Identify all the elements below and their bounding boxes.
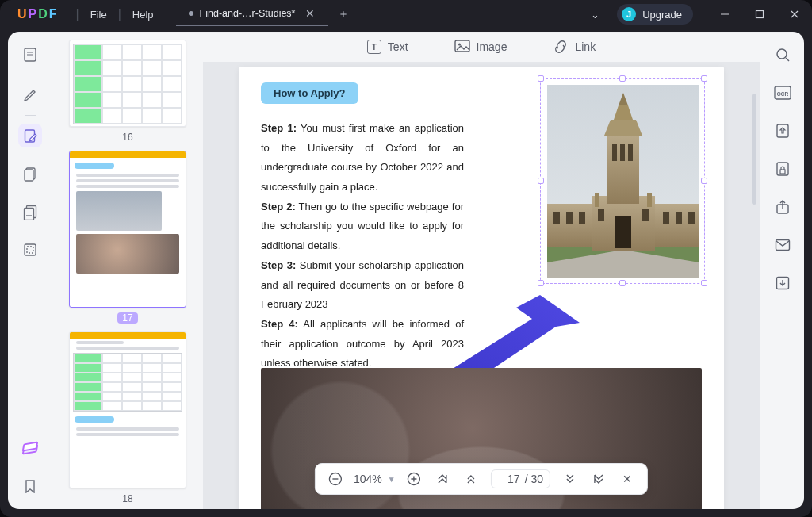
next-page-button[interactable] [558, 467, 582, 491]
left-tool-strip [8, 32, 52, 509]
page-separator: / [525, 473, 528, 485]
resize-handle[interactable] [701, 75, 707, 82]
svg-point-10 [458, 43, 460, 45]
maximize-icon [755, 10, 764, 19]
menu-file[interactable]: File [79, 9, 118, 21]
page-current-input[interactable] [498, 472, 522, 486]
highlighter-icon [22, 87, 38, 103]
tool-layers[interactable] [18, 436, 42, 460]
form-icon [22, 204, 38, 220]
zoom-dropdown-icon[interactable]: ▼ [388, 475, 396, 484]
tool-compress[interactable] [771, 157, 795, 181]
scrollbar-thumb[interactable] [752, 94, 756, 205]
edit-tool-label: Image [477, 40, 508, 53]
svg-rect-13 [547, 204, 595, 247]
svg-rect-30 [642, 209, 649, 221]
tool-pages[interactable] [18, 162, 42, 186]
ocr-icon: OCR [774, 86, 791, 100]
window-maximize-button[interactable] [742, 0, 777, 29]
new-tab-button[interactable]: ＋ [335, 6, 352, 23]
page-input-box[interactable]: / 30 [491, 469, 550, 488]
tool-ocr[interactable]: OCR [771, 81, 795, 105]
tool-annotate[interactable] [18, 83, 42, 107]
svg-rect-27 [676, 212, 682, 224]
svg-rect-40 [777, 124, 788, 137]
svg-rect-32 [620, 144, 625, 161]
zoom-in-button[interactable] [402, 467, 426, 491]
page-icon [22, 47, 38, 63]
zoom-out-button[interactable] [324, 467, 347, 491]
save-icon [775, 275, 791, 291]
titlebar: UPDF | File | Help Find-and-…r-Studies* … [0, 0, 812, 29]
tool-forms[interactable] [18, 200, 42, 224]
upgrade-label: Upgrade [642, 9, 682, 21]
resize-handle[interactable] [538, 75, 544, 82]
window-close-button[interactable] [777, 0, 812, 29]
zoom-display[interactable]: 104% ▼ [352, 473, 397, 485]
edit-tool-label: Text [388, 40, 408, 53]
pages-icon [22, 166, 38, 182]
svg-rect-24 [566, 212, 573, 224]
last-page-button[interactable] [587, 467, 611, 491]
svg-rect-6 [25, 209, 34, 220]
document-viewport[interactable]: How to Apply? Step 1: You must first mak… [203, 62, 760, 509]
thumbnail-18[interactable]: 18 [69, 331, 186, 504]
edit-tool-text[interactable]: T Text [367, 40, 408, 54]
upgrade-button[interactable]: J Upgrade [617, 4, 693, 25]
svg-text:OCR: OCR [776, 91, 788, 97]
convert-icon [775, 123, 791, 139]
document-tab[interactable]: Find-and-…r-Studies* ✕ [176, 2, 329, 26]
tool-share[interactable] [771, 195, 795, 219]
tab-title: Find-and-…r-Studies* [200, 8, 296, 19]
tool-email[interactable] [771, 233, 795, 257]
edit-tool-image[interactable]: Image [454, 40, 508, 54]
svg-rect-7 [25, 244, 36, 255]
share-icon [775, 199, 791, 215]
svg-rect-14 [652, 204, 699, 247]
resize-handle[interactable] [701, 178, 707, 184]
image-icon [454, 40, 470, 54]
tool-bookmark[interactable] [18, 474, 42, 498]
page-canvas[interactable]: How to Apply? Step 1: You must first mak… [239, 67, 724, 509]
close-nav-button[interactable]: ✕ [615, 467, 639, 491]
edit-tool-link[interactable]: Link [553, 40, 596, 54]
tool-protect[interactable] [18, 238, 42, 262]
tool-search[interactable] [771, 43, 795, 67]
tool-reader[interactable] [18, 43, 42, 67]
svg-rect-26 [663, 212, 669, 224]
dropdown-icon[interactable]: ⌄ [577, 0, 612, 29]
right-tool-strip: OCR [760, 32, 804, 509]
menu-help[interactable]: Help [121, 9, 165, 21]
body-text: Step 1: You must first make an applicati… [261, 119, 464, 373]
svg-rect-42 [780, 170, 785, 174]
first-page-button[interactable] [431, 467, 454, 491]
svg-rect-8 [27, 247, 33, 253]
resize-handle[interactable] [701, 280, 707, 286]
selected-image[interactable] [540, 78, 705, 284]
window-minimize-button[interactable] [707, 0, 742, 29]
thumbnail-17[interactable]: 17 [69, 151, 186, 324]
scrollbar[interactable] [749, 62, 760, 509]
edit-toolbar: T Text Image Link [203, 32, 760, 62]
page-total: 30 [531, 473, 544, 485]
svg-rect-28 [688, 212, 695, 224]
prev-page-button[interactable] [459, 467, 483, 491]
tool-edit[interactable] [18, 124, 42, 147]
resize-handle[interactable] [538, 178, 544, 184]
app-logo: UPDF [17, 7, 57, 21]
svg-rect-4 [25, 170, 33, 181]
mail-icon [775, 239, 791, 251]
resize-handle[interactable] [538, 280, 544, 286]
thumbnail-label: 16 [122, 132, 132, 143]
thumbnail-16[interactable]: 16 [69, 40, 186, 143]
image-content [547, 85, 698, 277]
tool-save[interactable] [771, 271, 795, 295]
resize-handle[interactable] [619, 75, 626, 82]
chevron-first-icon [436, 473, 449, 485]
svg-rect-33 [628, 144, 633, 161]
resize-handle[interactable] [619, 280, 626, 286]
tab-close-button[interactable]: ✕ [301, 5, 319, 22]
svg-rect-31 [612, 144, 617, 161]
zoom-in-icon [407, 472, 421, 486]
tool-convert[interactable] [771, 119, 795, 143]
